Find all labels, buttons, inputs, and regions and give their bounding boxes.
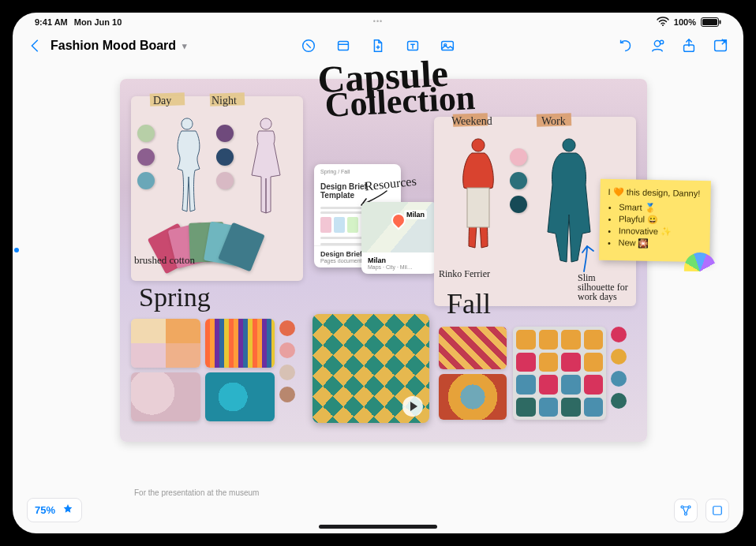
- spring-panel[interactable]: Day Night: [131, 96, 303, 281]
- svg-rect-7: [442, 42, 454, 50]
- svg-rect-5: [339, 42, 349, 50]
- color-swatch[interactable]: [137, 125, 155, 142]
- board-caption[interactable]: For the presentation at the museum: [134, 488, 259, 497]
- fashion-sketch-night[interactable]: [241, 114, 290, 224]
- photo-tile[interactable]: [205, 319, 275, 368]
- spring-label[interactable]: Spring: [139, 282, 211, 312]
- svg-rect-3: [720, 21, 721, 24]
- map-thumbnail: Milan: [361, 202, 437, 252]
- board-heading[interactable]: Capsule Collection: [291, 57, 476, 122]
- map-foot-title: Milan: [368, 256, 431, 264]
- svg-rect-13: [467, 188, 489, 227]
- tape-text-work: Work: [541, 115, 566, 128]
- text-box-button[interactable]: [404, 37, 421, 54]
- share-button[interactable]: [680, 37, 698, 54]
- color-swatch[interactable]: [216, 125, 234, 142]
- color-swatch[interactable]: [216, 172, 234, 189]
- designer-signature: Rinko Ferrier: [439, 268, 490, 280]
- navigator-button[interactable]: [674, 499, 698, 522]
- color-grid-tile[interactable]: [513, 327, 606, 420]
- fashion-sketch-weekend[interactable]: [450, 134, 499, 245]
- sticky-heading: I 🧡 this design, Danny!: [608, 187, 703, 199]
- freeform-canvas[interactable]: Capsule Collection Day Night: [13, 62, 743, 533]
- back-button[interactable]: [27, 37, 44, 54]
- color-swatch[interactable]: [510, 196, 527, 213]
- status-time: 9:41 AM: [35, 17, 68, 27]
- svg-point-16: [685, 513, 687, 515]
- play-icon[interactable]: [402, 396, 423, 417]
- insert-file-button[interactable]: [369, 37, 387, 54]
- sticky-list: Smart 🥇 Playful 😀 Innovative ✨ New 🎇: [607, 202, 702, 249]
- zoom-control[interactable]: 75%: [27, 498, 82, 522]
- svg-point-15: [688, 506, 691, 508]
- board-title-menu[interactable]: Fashion Mood Board ▾: [51, 39, 187, 53]
- photo-tile[interactable]: [131, 319, 200, 368]
- favorite-icon[interactable]: [62, 503, 74, 518]
- fabric-swatches[interactable]: [155, 223, 265, 278]
- milan-map-card[interactable]: Milan Milan Maps · City · Mil…: [361, 202, 437, 274]
- map-foot-sub: Maps · City · Mil…: [368, 264, 431, 270]
- collaborate-button[interactable]: [649, 37, 666, 54]
- undo-button[interactable]: [617, 37, 634, 54]
- color-swatch[interactable]: [510, 172, 527, 189]
- color-swatch[interactable]: [216, 148, 234, 166]
- sticky-note-button[interactable]: [335, 37, 352, 54]
- board-title: Fashion Mood Board: [51, 39, 176, 53]
- photo-tile[interactable]: [439, 327, 507, 369]
- fashion-sketch-day[interactable]: [163, 114, 211, 224]
- palette-dots[interactable]: [611, 327, 627, 409]
- color-swatch[interactable]: [137, 172, 155, 189]
- multitask-dots[interactable]: •••: [373, 17, 383, 25]
- tape-text-night: Night: [211, 95, 237, 107]
- color-swatch[interactable]: [510, 148, 527, 166]
- map-pin-label: Milan: [404, 210, 427, 219]
- pen-tool-button[interactable]: [300, 37, 317, 54]
- minimap-button[interactable]: [705, 499, 729, 522]
- zoom-value: 75%: [35, 504, 55, 516]
- arrow-annotation: [573, 243, 597, 275]
- silhouette-note: Slim silhouette for work days: [578, 273, 633, 301]
- tape-text-weekend: Weekend: [451, 115, 492, 128]
- rainbow-sticker[interactable]: [684, 252, 716, 272]
- battery-percent: 100%: [674, 17, 696, 27]
- mood-board[interactable]: Capsule Collection Day Night: [120, 79, 647, 442]
- chevron-down-icon: ▾: [182, 41, 187, 51]
- photo-tile[interactable]: [131, 372, 200, 421]
- battery-icon: [701, 17, 721, 27]
- palette-dots[interactable]: [279, 320, 295, 402]
- home-indicator[interactable]: [319, 525, 437, 529]
- photo-tile[interactable]: [205, 372, 275, 421]
- color-swatch[interactable]: [137, 148, 155, 166]
- fabric-label: brushed cotton: [134, 254, 195, 267]
- tape-text-day: Day: [153, 95, 171, 107]
- pattern-video-tile[interactable]: [313, 314, 429, 423]
- doc-eyebrow: Spring / Fall: [314, 164, 401, 178]
- fashion-sketch-work[interactable]: [538, 134, 587, 245]
- photo-tile[interactable]: [439, 374, 507, 420]
- svg-rect-2: [702, 19, 717, 25]
- new-board-button[interactable]: [712, 37, 729, 54]
- fall-label[interactable]: Fall: [447, 287, 491, 320]
- status-date: Mon Jun 10: [74, 17, 122, 27]
- svg-point-10: [660, 40, 663, 43]
- svg-point-14: [681, 506, 683, 508]
- svg-point-0: [662, 24, 664, 26]
- svg-rect-17: [713, 506, 722, 514]
- sticky-note[interactable]: I 🧡 this design, Danny! Smart 🥇 Playful …: [599, 179, 711, 262]
- wifi-icon: [657, 17, 669, 28]
- svg-point-9: [654, 41, 660, 47]
- bottom-toolbar: 75%: [27, 498, 729, 522]
